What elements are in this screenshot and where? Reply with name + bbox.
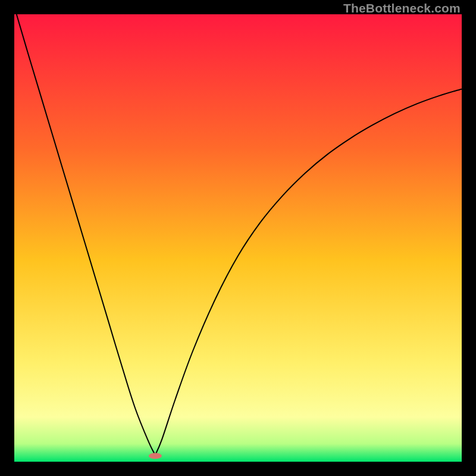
watermark-text: TheBottleneck.com xyxy=(343,1,461,15)
bottleneck-chart xyxy=(14,14,462,462)
chart-frame xyxy=(14,14,462,462)
gradient-background xyxy=(14,14,462,462)
optimum-marker xyxy=(149,453,162,459)
